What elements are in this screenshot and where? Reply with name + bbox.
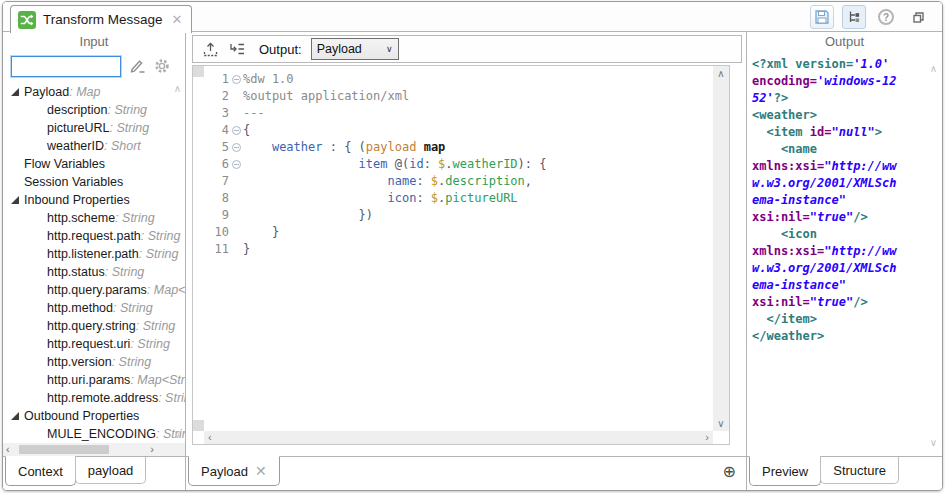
- tree-view-button[interactable]: [842, 5, 866, 29]
- tree-item[interactable]: pictureURL : String: [3, 119, 185, 137]
- code-text: item @(id: $.weatherID): {: [243, 156, 547, 173]
- code-text: name: $.description,: [243, 173, 532, 190]
- save-icon: [814, 9, 830, 25]
- code-line[interactable]: 8 icon: $.pictureURL: [204, 190, 713, 207]
- tree-item[interactable]: http.request.path : String: [3, 227, 185, 245]
- code-line[interactable]: 10 }: [204, 224, 713, 241]
- code-line[interactable]: 2%output application/xml: [204, 88, 713, 105]
- tab-payload-script[interactable]: Payload ✕: [188, 456, 280, 486]
- export-button[interactable]: [201, 40, 219, 58]
- scroll-up-icon[interactable]: ∧: [713, 68, 729, 79]
- preview-scroll-up-icon[interactable]: ∧: [930, 64, 937, 74]
- fold-gutter: [229, 156, 243, 173]
- scroll-right-icon[interactable]: ›: [147, 443, 157, 456]
- line-number: 11: [204, 241, 229, 258]
- tree-item-type: : String: [158, 389, 185, 407]
- scroll-left-icon[interactable]: ‹: [3, 443, 13, 456]
- fold-collapse-icon[interactable]: [232, 75, 241, 84]
- editor-vertical-scrollbar[interactable]: ∧ ∨: [713, 66, 729, 431]
- tree-item-label: http.uri.params: [47, 371, 130, 389]
- fold-collapse-icon[interactable]: [232, 126, 241, 135]
- tree-item[interactable]: http.status : String: [3, 263, 185, 281]
- xml-line: <icon: [752, 226, 928, 243]
- fold-gutter: [229, 241, 243, 258]
- help-button[interactable]: ?: [874, 5, 898, 29]
- editor-horizontal-scrollbar[interactable]: ‹ ›: [204, 431, 713, 444]
- tree-scroll-down-icon[interactable]: ∨: [174, 430, 181, 440]
- close-icon[interactable]: ✕: [255, 466, 267, 476]
- expander-caret-icon[interactable]: [11, 88, 19, 96]
- tree-item[interactable]: http.query.params : Map<String,String>: [3, 281, 185, 299]
- scroll-down-icon[interactable]: ∨: [713, 418, 729, 429]
- fold-gutter: [229, 139, 243, 156]
- tree-item[interactable]: Flow Variables: [3, 155, 185, 173]
- xml-line: w.w3.org/2001/XMLSch: [752, 260, 928, 277]
- code-line[interactable]: 5 weather : { (payload map: [204, 139, 713, 156]
- tree-item-label: Inbound Properties: [24, 191, 130, 209]
- expander-caret-icon[interactable]: [11, 196, 19, 204]
- xml-line: <name: [752, 141, 928, 158]
- scrollbar-thumb[interactable]: [19, 445, 109, 454]
- fold-collapse-icon[interactable]: [232, 143, 241, 152]
- tree-item-label: http.request.path: [47, 227, 141, 245]
- tree-item[interactable]: http.listener.path : String: [3, 245, 185, 263]
- code-lines[interactable]: 1%dw 1.02%output application/xml3---4{5 …: [204, 66, 713, 431]
- dataweave-editor[interactable]: 1%dw 1.02%output application/xml3---4{5 …: [192, 65, 730, 445]
- tab-transform-message[interactable]: Transform Message ✕: [10, 5, 192, 33]
- expander-caret-icon[interactable]: [11, 412, 19, 420]
- tree-item-label: Flow Variables: [24, 155, 105, 173]
- main-area: Input Pay: [3, 32, 942, 490]
- tree-item[interactable]: http.version : String: [3, 353, 185, 371]
- edit-sample-button[interactable]: [128, 57, 146, 75]
- scroll-right-icon[interactable]: ›: [701, 431, 713, 444]
- tab-payload[interactable]: payload: [75, 457, 147, 484]
- xml-line: w.w3.org/2001/XMLSch: [752, 175, 928, 192]
- tab-structure[interactable]: Structure: [820, 457, 899, 484]
- preview-scroll-down-icon[interactable]: ∨: [930, 438, 937, 448]
- restore-window-button[interactable]: [906, 5, 930, 29]
- tree-item[interactable]: description : String: [3, 101, 185, 119]
- tree-item-label: http.version: [47, 353, 112, 371]
- output-format-select[interactable]: Payload ∨: [311, 38, 399, 60]
- tree-item[interactable]: http.method : String: [3, 299, 185, 317]
- transform-message-icon: [18, 11, 36, 29]
- header-toolbar: ?: [810, 5, 930, 29]
- tree-mapping-button[interactable]: [228, 40, 246, 58]
- tree-item[interactable]: MULE_ENCODING : String: [3, 425, 185, 443]
- tab-context[interactable]: Context: [5, 456, 76, 486]
- line-number: 3: [204, 105, 229, 122]
- input-horizontal-scrollbar[interactable]: ‹ ›: [3, 443, 185, 456]
- tree-item[interactable]: http.uri.params : Map<String,String>: [3, 371, 185, 389]
- tree-item[interactable]: http.remote.address : String: [3, 389, 185, 407]
- tree-scroll-up-icon[interactable]: ∧: [174, 84, 181, 94]
- tab-preview[interactable]: Preview: [749, 456, 821, 486]
- code-line[interactable]: 3---: [204, 105, 713, 122]
- tree-item[interactable]: http.request.uri : String: [3, 335, 185, 353]
- code-line[interactable]: 9 }): [204, 207, 713, 224]
- tree-item[interactable]: Session Variables: [3, 173, 185, 191]
- code-line[interactable]: 11}: [204, 241, 713, 258]
- tree-item-label: weatherID: [47, 137, 104, 155]
- line-number: 5: [204, 139, 229, 156]
- code-line[interactable]: 6 item @(id: $.weatherID): {: [204, 156, 713, 173]
- tree-item[interactable]: http.scheme : String: [3, 209, 185, 227]
- tree-item[interactable]: weatherID : Short: [3, 137, 185, 155]
- tree-item[interactable]: Inbound Properties: [3, 191, 185, 209]
- fold-collapse-icon[interactable]: [232, 160, 241, 169]
- settings-button[interactable]: [153, 57, 171, 75]
- xml-preview-lines: <?xml version='1.0'encoding='windows-125…: [747, 52, 942, 456]
- tree-item[interactable]: Outbound Properties: [3, 407, 185, 425]
- add-target-button[interactable]: ⊕: [723, 464, 736, 480]
- code-text: icon: $.pictureURL: [243, 190, 518, 207]
- close-icon[interactable]: ✕: [172, 12, 183, 27]
- tree-item[interactable]: http.query.string : String: [3, 317, 185, 335]
- fold-gutter: [229, 207, 243, 224]
- code-line[interactable]: 1%dw 1.0: [204, 71, 713, 88]
- tree-item[interactable]: Payload : Map: [3, 83, 185, 101]
- code-line[interactable]: 7 name: $.description,: [204, 173, 713, 190]
- save-button[interactable]: [810, 5, 834, 29]
- search-input[interactable]: [11, 56, 121, 77]
- ruler-corner: [193, 66, 204, 77]
- code-line[interactable]: 4{: [204, 122, 713, 139]
- scroll-left-icon[interactable]: ‹: [204, 431, 216, 444]
